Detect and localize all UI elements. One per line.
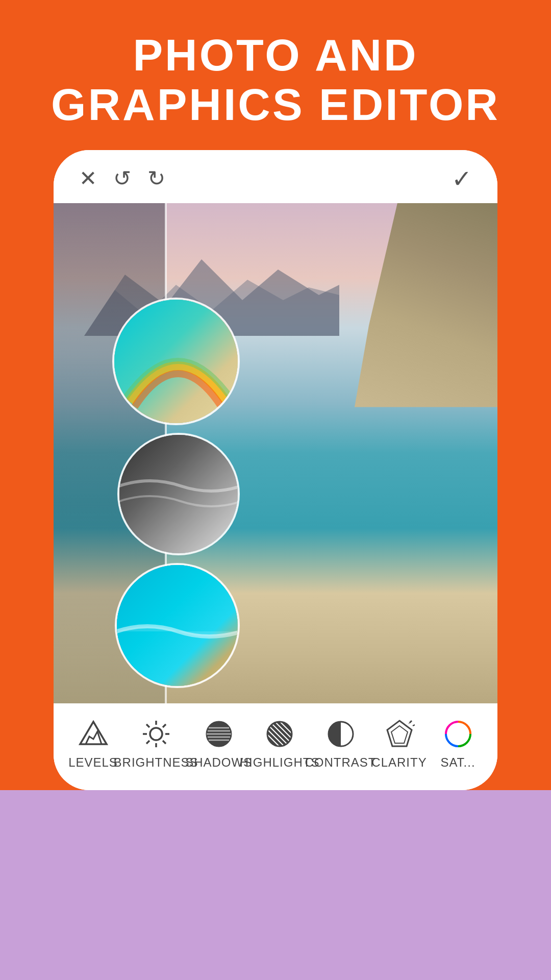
saturation-label: SAT... (440, 755, 475, 770)
svg-marker-5 (80, 722, 107, 744)
shadows-icon (204, 719, 234, 749)
confirm-icon[interactable]: ✓ (452, 164, 472, 193)
photo-canvas (54, 203, 497, 703)
circle-thumb-1 (112, 298, 240, 425)
contrast-label: CONTRAST (305, 755, 377, 770)
levels-icon (78, 719, 109, 749)
redo-icon[interactable]: ↻ (147, 166, 165, 191)
tool-saturation[interactable]: SAT... (429, 719, 487, 770)
svg-marker-35 (387, 721, 412, 746)
circle-thumb-2 (117, 433, 240, 555)
clarity-label: CLARITY (371, 755, 427, 770)
undo-icon[interactable]: ↺ (113, 166, 131, 191)
close-icon[interactable]: ✕ (79, 166, 97, 191)
phone-mockup: ✕ ↺ ↻ ✓ (54, 150, 497, 790)
svg-line-13 (163, 724, 166, 727)
circle-thumb-3-inner (117, 565, 238, 686)
circle-thumb-2-inner (119, 435, 238, 553)
svg-line-14 (146, 741, 149, 744)
editor-topbar: ✕ ↺ ↻ ✓ (54, 150, 497, 203)
tool-contrast[interactable]: CONTRAST (311, 719, 370, 770)
svg-line-39 (413, 725, 415, 726)
brightness-icon (141, 719, 171, 749)
svg-marker-36 (391, 726, 408, 743)
tool-clarity[interactable]: CLARITY (370, 719, 429, 770)
highlights-icon (264, 719, 295, 749)
circle-thumb-3 (115, 563, 240, 688)
contrast-icon (325, 719, 356, 749)
bottom-section (0, 790, 551, 980)
tool-brightness[interactable]: BRIGHTNESS (122, 719, 189, 770)
svg-line-38 (409, 722, 411, 724)
svg-point-6 (150, 728, 162, 740)
clarity-icon (384, 719, 415, 749)
levels-label: LEVELS (68, 755, 118, 770)
top-section: PHOTO AND GRAPHICS EDITOR (0, 0, 551, 150)
editing-toolbar: LEVELS BRIGHTNESS (54, 703, 497, 790)
svg-line-12 (163, 741, 166, 744)
saturation-icon (443, 719, 473, 749)
svg-rect-3 (119, 435, 240, 555)
circle-thumb-1-inner (114, 300, 238, 423)
svg-line-11 (146, 724, 149, 727)
page-title: PHOTO AND GRAPHICS EDITOR (51, 31, 500, 130)
topbar-left-controls: ✕ ↺ ↻ (79, 166, 165, 191)
tool-highlights[interactable]: HIGHLIGHTS (248, 719, 311, 770)
